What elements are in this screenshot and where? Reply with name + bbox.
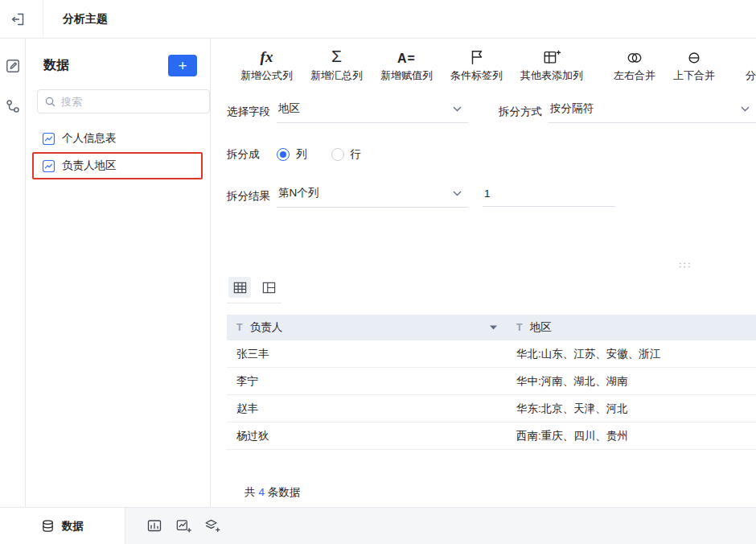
- dataset-item-personal-info[interactable]: 个人信息表: [32, 125, 203, 152]
- radio-icon: [277, 148, 290, 161]
- dataset-item-label: 个人信息表: [62, 131, 117, 146]
- row-count: 4: [259, 486, 265, 498]
- tab-data-label: 数据: [62, 519, 84, 534]
- split-result-select[interactable]: 第N个列: [277, 184, 468, 208]
- sigma-icon: Σ: [331, 45, 342, 66]
- cell-region: 西南:重庆、四川、贵州: [507, 429, 756, 443]
- toolbar-condition-tag-column[interactable]: 条件标签列: [442, 45, 512, 83]
- table-row[interactable]: 张三丰 华北:山东、江苏、安徽、浙江: [227, 340, 756, 368]
- toolbar-group-summary[interactable]: 分组汇总: [737, 45, 756, 83]
- data-sidebar: 数据 + 个人信息表: [26, 39, 211, 507]
- radio-split-to-row[interactable]: 行: [331, 147, 362, 162]
- vertical-drag-handle[interactable]: [211, 259, 212, 272]
- radio-split-to-column[interactable]: 列: [277, 147, 307, 162]
- relation-icon[interactable]: [5, 98, 21, 114]
- radio-icon: [331, 148, 344, 161]
- add-chart-icon[interactable]: [175, 518, 191, 534]
- text-type-icon: T: [236, 322, 243, 333]
- assign-icon: A=: [397, 45, 416, 66]
- exit-button[interactable]: [0, 0, 43, 39]
- sidebar-header: 数据 +: [43, 55, 197, 76]
- filter-caret-icon[interactable]: [490, 325, 497, 330]
- dataset-item-label: 负责人地区: [62, 159, 117, 173]
- edit-toolbar: fx 新增公式列 Σ 新增汇总列 A= 新增赋值列 条件标签列: [211, 39, 756, 89]
- cell-owner: 张三丰: [227, 347, 507, 361]
- search-box[interactable]: [37, 89, 210, 113]
- split-config-form: 选择字段 地区 拆分方式 按分隔符 拆分成 列: [211, 100, 756, 208]
- grid-view-toggle[interactable]: [228, 277, 251, 298]
- toolbar-new-summary-column[interactable]: Σ 新增汇总列: [302, 45, 372, 83]
- tab-data[interactable]: 数据: [0, 508, 125, 544]
- table-row[interactable]: 赵丰 华东:北京、天津、河北: [227, 395, 756, 422]
- split-method-label: 拆分方式: [499, 105, 549, 119]
- topbar: 分析主题: [0, 0, 756, 39]
- chevron-down-icon: [453, 191, 462, 196]
- search-input[interactable]: [61, 96, 203, 108]
- search-icon: [44, 96, 56, 108]
- search-row: [37, 89, 197, 113]
- field-select[interactable]: 地区: [277, 100, 468, 123]
- table-body: 张三丰 华北:山东、江苏、安徽、浙江 李宁 华中:河南、湖北、湖南 赵丰 华东:…: [227, 340, 756, 450]
- exit-icon: [10, 12, 25, 27]
- split-method-select[interactable]: 按分隔符: [549, 100, 756, 123]
- bottom-actions: [146, 518, 220, 534]
- bar-chart-icon[interactable]: [146, 518, 162, 534]
- table-row[interactable]: 杨过狄 西南:重庆、四川、贵州: [227, 422, 756, 450]
- table-row[interactable]: 李宁 华中:河南、湖北、湖南: [227, 368, 756, 395]
- pane-splitter: [211, 259, 756, 270]
- cell-region: 华东:北京、天津、河北: [507, 402, 756, 416]
- layout-view-toggle[interactable]: [257, 277, 280, 298]
- chart-file-icon: [42, 132, 55, 146]
- table-footer: 共4条数据: [244, 485, 756, 500]
- chevron-down-icon: [453, 106, 462, 112]
- toolbar-new-formula-column[interactable]: fx 新增公式列: [232, 45, 302, 83]
- table-add-icon: [542, 45, 561, 66]
- chart-file-icon: [42, 159, 55, 173]
- view-toggles: [227, 277, 281, 303]
- result-n-input[interactable]: [483, 186, 615, 207]
- add-dataset-button[interactable]: +: [168, 55, 197, 76]
- cell-region: 华中:河南、湖北、湖南: [507, 374, 756, 389]
- field-select-label: 选择字段: [227, 105, 277, 119]
- table-header-row: T 负责人 T 地区: [227, 315, 756, 340]
- bottom-bar: 数据: [0, 507, 756, 544]
- merge-tb-icon: [685, 45, 703, 66]
- text-type-icon: T: [516, 322, 523, 333]
- column-header-region[interactable]: T 地区: [507, 320, 756, 335]
- dataset-item-region[interactable]: 负责人地区: [32, 152, 203, 179]
- toolbar-add-column-from-table[interactable]: 其他表添加列: [512, 45, 592, 83]
- flag-icon: [468, 45, 486, 66]
- left-rail: [0, 39, 26, 507]
- toolbar-merge-left-right[interactable]: 左右合并: [605, 45, 664, 83]
- main-panel: fx 新增公式列 Σ 新增汇总列 A= 新增赋值列 条件标签列: [211, 39, 756, 507]
- horizontal-drag-handle[interactable]: [678, 262, 692, 270]
- data-table: T 负责人 T 地区 张三丰 华北:山东、江苏、安徽、浙江 李宁 华中:河南、湖…: [227, 315, 756, 500]
- split-into-label: 拆分成: [227, 147, 277, 162]
- cell-owner: 杨过狄: [227, 429, 507, 443]
- cell-owner: 李宁: [227, 374, 507, 389]
- sidebar-title: 数据: [43, 57, 69, 74]
- cell-region: 华北:山东、江苏、安徽、浙江: [507, 347, 756, 361]
- toolbar-new-assign-column[interactable]: A= 新增赋值列: [372, 45, 442, 83]
- split-result-label: 拆分结果: [227, 189, 277, 204]
- column-header-owner[interactable]: T 负责人: [227, 320, 507, 335]
- chevron-down-icon: [741, 106, 750, 112]
- cell-owner: 赵丰: [227, 402, 507, 416]
- fx-formula-icon: fx: [261, 45, 273, 66]
- dataset-list: 个人信息表 负责人地区: [32, 125, 197, 179]
- merge-lr-icon: [625, 45, 644, 66]
- add-layer-icon[interactable]: [204, 518, 220, 534]
- dataset-edit-icon[interactable]: [5, 58, 21, 74]
- toolbar-merge-top-bottom[interactable]: 上下合并: [664, 45, 724, 83]
- database-icon: [41, 519, 55, 533]
- page-title: 分析主题: [63, 12, 108, 27]
